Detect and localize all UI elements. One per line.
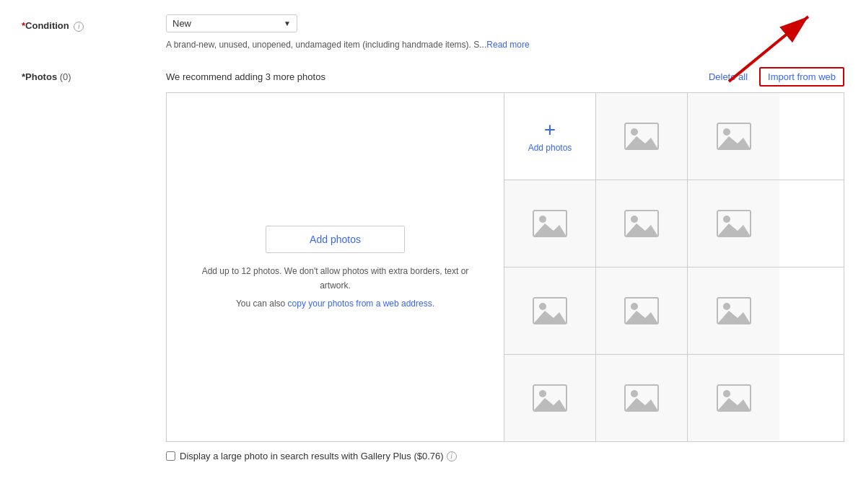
photos-header: We recommend adding 3 more photos Delete… [166, 67, 844, 87]
photos-grid-container: Add photos Add up to 12 photos. We don't… [166, 92, 844, 442]
svg-marker-28 [533, 398, 567, 411]
svg-marker-22 [625, 311, 658, 324]
thumbnail-cell [688, 268, 779, 354]
thumbnail-cell [504, 268, 596, 354]
image-placeholder-icon [716, 296, 752, 325]
thumb-row-2 [504, 180, 844, 268]
import-from-web-button[interactable]: Import from web [759, 67, 844, 87]
gallery-plus-label: Display a large photo in search results … [180, 451, 411, 461]
image-placeholder-icon [532, 209, 568, 238]
thumbnail-cell [688, 355, 779, 441]
upload-hint: Add up to 12 photos. We don't allow phot… [188, 265, 482, 292]
copy-photos-link[interactable]: copy your photos from a web address. [288, 299, 434, 309]
photos-section: *Photos (0) We recommend adding 3 more p… [22, 67, 844, 461]
image-placeholder-icon [532, 296, 568, 325]
copy-link-text: You can also copy your photos from a web… [236, 299, 434, 309]
thumbnail-cell [504, 355, 596, 441]
svg-point-6 [723, 128, 730, 136]
delete-all-link[interactable]: Delete all [709, 71, 748, 82]
thumbnail-cell [504, 180, 596, 267]
svg-marker-16 [717, 224, 751, 236]
svg-marker-7 [717, 136, 751, 149]
gallery-plus-price: ($0.76) [411, 451, 444, 461]
add-photos-plus-icon: + [544, 120, 556, 140]
thumbnail-cell [596, 355, 688, 441]
thumbnail-cell [596, 93, 688, 180]
condition-select[interactable]: New Used For parts or not working [172, 18, 284, 29]
image-placeholder-icon [624, 296, 660, 325]
svg-marker-34 [717, 398, 751, 411]
svg-point-33 [723, 390, 730, 397]
photos-content: We recommend adding 3 more photos Delete… [166, 67, 844, 461]
svg-point-24 [723, 303, 730, 310]
svg-point-18 [539, 303, 546, 310]
add-photos-center-button[interactable]: Add photos [266, 226, 405, 253]
svg-marker-13 [625, 224, 658, 236]
main-upload-area: Add photos Add up to 12 photos. We don't… [167, 93, 504, 441]
svg-point-21 [631, 303, 638, 310]
thumbnail-cell [596, 268, 688, 354]
thumbnail-grid-wrapper: + Add photos [504, 93, 844, 441]
svg-marker-19 [533, 311, 567, 324]
thumbnail-cell [688, 93, 779, 180]
svg-point-3 [631, 128, 638, 136]
thumb-row-1: + Add photos [504, 93, 844, 180]
svg-marker-10 [533, 224, 567, 236]
image-placeholder-icon [532, 384, 568, 412]
thumb-row-3 [504, 268, 844, 355]
dropdown-arrow-icon: ▼ [284, 19, 291, 27]
image-placeholder-icon [624, 122, 660, 151]
condition-select-wrapper: New Used For parts or not working ▼ [166, 14, 297, 32]
thumbnail-cell [688, 180, 779, 267]
svg-point-15 [723, 216, 730, 223]
photos-label: *Photos (0) [22, 67, 166, 82]
photos-recommendation: We recommend adding 3 more photos [166, 71, 325, 82]
image-placeholder-icon [716, 384, 752, 412]
svg-marker-25 [717, 311, 751, 324]
page-container: *Condition i New Used For parts or not w… [0, 0, 866, 504]
condition-section: *Condition i New Used For parts or not w… [22, 14, 844, 50]
svg-marker-31 [625, 398, 658, 411]
gallery-plus-checkbox[interactable] [166, 451, 175, 461]
image-placeholder-icon [716, 209, 752, 238]
add-photos-grid-cell[interactable]: + Add photos [504, 93, 596, 180]
svg-point-12 [631, 216, 638, 223]
image-placeholder-icon [624, 384, 660, 412]
condition-content: New Used For parts or not working ▼ A br… [166, 14, 844, 50]
gallery-plus-info-icon[interactable]: i [447, 451, 457, 461]
add-photos-grid-label: Add photos [528, 143, 572, 153]
svg-point-9 [539, 216, 546, 223]
image-placeholder-icon [624, 209, 660, 238]
svg-marker-4 [625, 136, 658, 149]
condition-info-icon[interactable]: i [74, 22, 84, 32]
gallery-plus-section: Display a large photo in search results … [166, 451, 844, 461]
thumb-row-4 [504, 355, 844, 441]
svg-point-27 [539, 390, 546, 397]
read-more-link[interactable]: Read more [486, 40, 529, 50]
image-placeholder-icon [716, 122, 752, 151]
condition-description: A brand-new, unused, unopened, undamaged… [166, 40, 844, 50]
condition-label: *Condition i [22, 14, 166, 32]
photos-actions: Delete all Import from web [709, 67, 844, 87]
svg-point-30 [631, 390, 638, 397]
thumbnail-cell [596, 180, 688, 267]
